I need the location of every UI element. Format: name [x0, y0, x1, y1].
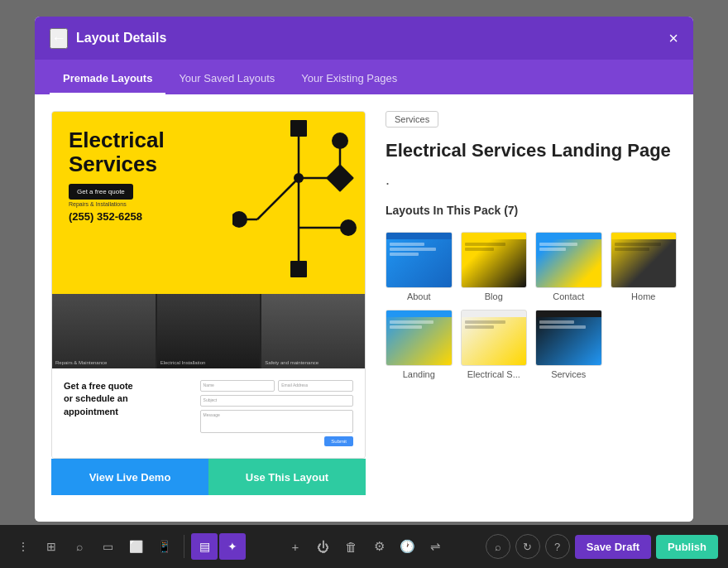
view-live-demo-button[interactable]: View Live Demo [51, 459, 208, 495]
thumbnail-electrical-s[interactable]: Electrical S... [461, 310, 528, 379]
thumbnails-grid: About Blog [386, 232, 677, 379]
tab-premade-layouts[interactable]: Premade Layouts [50, 65, 165, 95]
thumb-inner-contact [536, 233, 601, 287]
worker-label-3: Safety and maintenance [265, 360, 318, 365]
mockup-subject-input: Subject [200, 395, 353, 407]
service-tag: Services [386, 111, 438, 128]
toolbar-arrows-btn[interactable]: ⇌ [423, 533, 449, 560]
thumbnail-contact-label: Contact [535, 291, 602, 301]
thumbnail-blog-img [461, 232, 528, 288]
mockup-form-heading: Get a free quote or schedule an appointm… [64, 380, 192, 418]
mockup-form-text: Get a free quote or schedule an appointm… [64, 380, 192, 446]
worker-block-1: Repairs & Maintenance [52, 294, 156, 368]
tab-existing-pages[interactable]: Your Existing Pages [288, 65, 410, 95]
mockup-form-section: Get a free quote or schedule an appointm… [52, 368, 365, 458]
toolbar-grid-btn[interactable]: ⊞ [38, 533, 65, 560]
toolbar-desktop-btn[interactable]: ▭ [94, 533, 121, 560]
mockup-hero-phone: (255) 352-6258 [69, 210, 348, 223]
mockup-workers-row: Repairs & Maintenance Electrical Install… [52, 294, 365, 368]
thumbnail-landing-img [386, 310, 453, 366]
thumbnail-services-img [535, 310, 602, 366]
thumbnail-home-img [611, 232, 678, 288]
toolbar-menu-btn[interactable]: ⋮ [10, 533, 36, 560]
thumbnail-landing-label: Landing [386, 369, 453, 379]
toolbar-tablet-btn[interactable]: ⬜ [122, 533, 149, 560]
worker-block-2: Electrical Installation [157, 294, 261, 368]
thumbnail-about-img [386, 232, 453, 288]
toolbar-zoom-btn[interactable]: ⌕ [486, 534, 510, 559]
thumb-bar-blog [462, 233, 527, 239]
thumbnail-services-label: Services [535, 369, 602, 379]
thumb-line-b2 [465, 248, 494, 251]
preview-panel: Electrical Services Get a free quote Rep… [51, 111, 366, 505]
mockup-name-input: Name [200, 380, 275, 392]
mockup-hero-cta: Get a free quote [69, 184, 133, 200]
svg-rect-11 [290, 261, 307, 277]
back-button[interactable]: ← [50, 28, 68, 49]
toolbar-history-btn[interactable]: 🕐 [395, 533, 421, 560]
toolbar-delete-btn[interactable]: 🗑 [338, 533, 365, 560]
thumb-lines-home [611, 239, 677, 254]
thumb-line-l2 [390, 325, 422, 329]
mockup-message-input: Message [200, 410, 353, 433]
thumbnail-home-label: Home [611, 291, 678, 301]
thumbnail-blog[interactable]: Blog [461, 232, 528, 301]
thumb-bar-electrical [462, 310, 527, 317]
thumb-lines-landing [386, 317, 452, 332]
thumbnail-electrical-img [461, 310, 528, 366]
modal-header: ← Layout Details × [35, 17, 693, 60]
pack-heading: Layouts In This Pack (7) [386, 204, 677, 217]
toolbar-layout-btn[interactable]: ▤ [191, 533, 218, 560]
thumb-bar-landing [386, 310, 452, 317]
modal-header-left: ← Layout Details [50, 28, 166, 49]
thumb-line-e1 [465, 320, 505, 324]
thumbnail-about[interactable]: About [386, 232, 453, 301]
modal-tabs: Premade Layouts Your Saved Layouts Your … [35, 60, 693, 94]
thumb-bar-contact [536, 233, 601, 239]
mockup-submit-row: Submit [200, 436, 353, 446]
thumb-line-1 [390, 243, 424, 246]
layout-dot: · [386, 175, 677, 192]
thumb-lines-services [536, 317, 601, 332]
thumbnail-home[interactable]: Home [611, 232, 678, 301]
thumb-bar-services [536, 310, 601, 317]
publish-button[interactable]: Publish [656, 535, 718, 559]
thumb-line-3 [390, 253, 419, 256]
worker-label-1: Repairs & Maintenance [55, 360, 107, 365]
toolbar-mobile-btn[interactable]: 📱 [151, 533, 177, 560]
mockup-form-row-3: Message [200, 410, 353, 433]
toolbar-divider-1 [184, 535, 184, 558]
thumbnail-contact[interactable]: Contact [535, 232, 602, 301]
mockup-services-section: Our Services [52, 458, 365, 459]
thumbnail-blog-label: Blog [461, 291, 528, 301]
toolbar-refresh-btn[interactable]: ↻ [515, 534, 540, 559]
thumb-line-e2 [465, 325, 494, 329]
thumb-lines-blog [462, 239, 527, 254]
toolbar-effects-btn[interactable]: ✦ [219, 533, 246, 560]
info-panel: Services Electrical Services Landing Pag… [386, 111, 677, 505]
mockup-submit-btn: Submit [324, 436, 353, 446]
thumbnail-contact-img [535, 232, 602, 288]
use-this-layout-button[interactable]: Use This Layout [208, 459, 366, 495]
preview-action-buttons: View Live Demo Use This Layout [51, 459, 366, 495]
toolbar-add-btn[interactable]: + [282, 533, 309, 560]
thumb-line-s2 [539, 325, 586, 329]
preview-image: Electrical Services Get a free quote Rep… [51, 111, 366, 459]
mockup-form-row-1: Name Email Address [200, 380, 353, 392]
thumbnail-landing[interactable]: Landing [386, 310, 453, 379]
toolbar-right: ⌕ ↻ ? Save Draft Publish [486, 534, 718, 559]
toolbar-settings-btn[interactable]: ⚙ [366, 533, 393, 560]
mockup-email-input: Email Address [278, 380, 353, 392]
toolbar-help-btn[interactable]: ? [545, 534, 570, 559]
tab-saved-layouts[interactable]: Your Saved Layouts [165, 65, 288, 95]
toolbar-active-tools: ▤ ✦ [191, 533, 246, 560]
mockup-form-row-2: Subject [200, 395, 353, 407]
close-button[interactable]: × [668, 30, 678, 46]
thumb-line-h2 [615, 248, 649, 251]
toolbar-search-btn[interactable]: ⌕ [66, 533, 93, 560]
thumbnail-about-label: About [386, 291, 453, 301]
save-draft-button[interactable]: Save Draft [575, 535, 651, 559]
toolbar-power-btn[interactable]: ⏻ [310, 533, 337, 560]
thumbnail-services[interactable]: Services [535, 310, 602, 379]
thumb-inner-blog [462, 233, 527, 287]
